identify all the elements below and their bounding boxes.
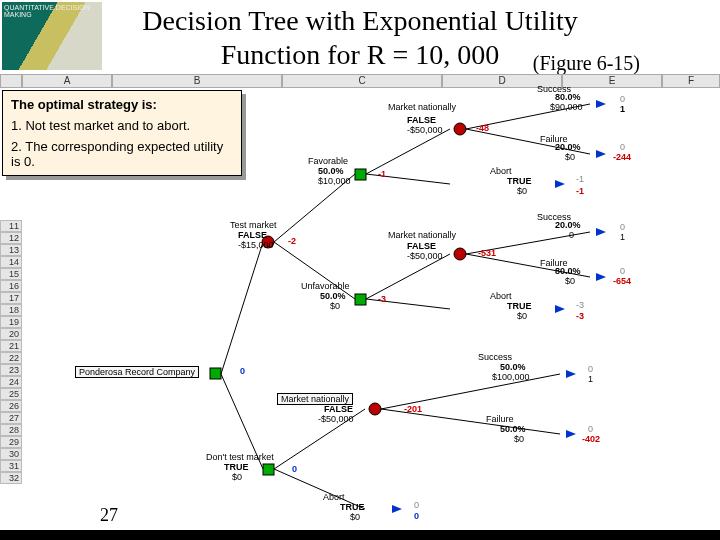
dtm-success-pay: 0 bbox=[588, 364, 593, 374]
dtm-abort-label: Abort bbox=[323, 492, 345, 502]
dtm-market-status: FALSE bbox=[324, 404, 353, 414]
dtm-success-val: 1 bbox=[588, 374, 593, 384]
unfav-success-pay: 0 bbox=[620, 222, 625, 232]
fav-abort-status: TRUE bbox=[507, 176, 532, 186]
unfav-abort-value: -3 bbox=[576, 311, 584, 321]
svg-point-18 bbox=[454, 248, 466, 260]
unfav-success-cost: 0 bbox=[569, 230, 574, 240]
dtm-abort-value: 0 bbox=[414, 511, 419, 521]
dtm-failure-prob: 50.0% bbox=[500, 424, 526, 434]
dont-test-cost: $0 bbox=[232, 472, 242, 482]
test-market-cost: -$15,000 bbox=[238, 240, 274, 250]
root-value: 0 bbox=[240, 366, 245, 376]
footer-band bbox=[0, 530, 720, 540]
root-node: Ponderosa Record Company bbox=[75, 366, 199, 378]
unfav-success-prob: 20.0% bbox=[555, 220, 581, 230]
svg-line-1 bbox=[221, 242, 263, 374]
favorable-cost: $10,000 bbox=[318, 176, 351, 186]
unfav-abort-label: Abort bbox=[490, 291, 512, 301]
title-line-2: Function for R = 10, 000 bbox=[221, 39, 500, 70]
svg-rect-0 bbox=[210, 368, 221, 379]
svg-rect-6 bbox=[355, 169, 366, 180]
fav-market-value: -48 bbox=[476, 123, 489, 133]
unfav-abort-status: TRUE bbox=[507, 301, 532, 311]
page-number: 27 bbox=[100, 505, 118, 526]
dtm-market-value: -201 bbox=[404, 404, 422, 414]
svg-rect-24 bbox=[263, 464, 274, 475]
unfavorable-value: -3 bbox=[378, 294, 386, 304]
unfav-market-status: FALSE bbox=[407, 241, 436, 251]
dont-test-value: 0 bbox=[292, 464, 297, 474]
svg-line-7 bbox=[366, 129, 450, 174]
dont-test-status: TRUE bbox=[224, 462, 249, 472]
test-market-status: FALSE bbox=[238, 230, 267, 240]
fav-abort-value: -1 bbox=[576, 186, 584, 196]
unfavorable-prob: 50.0% bbox=[320, 291, 346, 301]
unfav-abort-cost: $0 bbox=[517, 311, 527, 321]
strategy-callout: The optimal strategy is: 1. Not test mar… bbox=[2, 90, 242, 176]
svg-marker-30 bbox=[566, 370, 576, 378]
svg-point-27 bbox=[369, 403, 381, 415]
dtm-failure-label: Failure bbox=[486, 414, 514, 424]
dtm-failure-cost: $0 bbox=[514, 434, 524, 444]
fav-abort-label: Abort bbox=[490, 166, 512, 176]
unfav-failure-prob: 80.0% bbox=[555, 266, 581, 276]
dtm-failure-pay: 0 bbox=[588, 424, 593, 434]
unfav-success-val: 1 bbox=[620, 232, 625, 242]
dtm-abort-pay: 0 bbox=[414, 500, 419, 510]
fav-failure-val: -244 bbox=[613, 152, 631, 162]
dtm-success-cost: $100,000 bbox=[492, 372, 530, 382]
unfav-market-value: -531 bbox=[478, 248, 496, 258]
unfav-abort-pay: -3 bbox=[576, 300, 584, 310]
unfav-market-label: Market nationally bbox=[388, 230, 456, 240]
fav-market-label: Market nationally bbox=[388, 102, 456, 112]
svg-marker-14 bbox=[555, 180, 565, 188]
fav-market-cost: -$50,000 bbox=[407, 125, 443, 135]
fav-success-cost: $90,000 bbox=[550, 102, 583, 112]
svg-marker-23 bbox=[555, 305, 565, 313]
fav-success-val: 1 bbox=[620, 104, 625, 114]
dtm-abort-status: TRUE bbox=[340, 502, 365, 512]
favorable-label: Favorable bbox=[308, 156, 348, 166]
book-cover-thumb: QUANTITATIVE DECISION MAKING bbox=[2, 2, 102, 70]
svg-marker-22 bbox=[596, 273, 606, 281]
unfav-failure-cost: $0 bbox=[565, 276, 575, 286]
unfav-market-cost: -$50,000 bbox=[407, 251, 443, 261]
test-market-label: Test market bbox=[230, 220, 277, 230]
dtm-success-label: Success bbox=[478, 352, 512, 362]
unfav-failure-val: -654 bbox=[613, 276, 631, 286]
svg-marker-32 bbox=[392, 505, 402, 513]
unfavorable-label: Unfavorable bbox=[301, 281, 350, 291]
callout-item-1: 1. Not test market and to abort. bbox=[11, 118, 233, 133]
fav-market-status: FALSE bbox=[407, 115, 436, 125]
fav-failure-prob: 20.0% bbox=[555, 142, 581, 152]
dtm-success-prob: 50.0% bbox=[500, 362, 526, 372]
fav-abort-cost: $0 bbox=[517, 186, 527, 196]
dtm-market-cost: -$50,000 bbox=[318, 414, 354, 424]
fav-success-prob: 80.0% bbox=[555, 92, 581, 102]
figure-reference: (Figure 6-15) bbox=[533, 52, 640, 75]
dtm-abort-cost: $0 bbox=[350, 512, 360, 522]
svg-point-9 bbox=[454, 123, 466, 135]
title-line-1: Decision Tree with Exponential Utility bbox=[142, 5, 578, 36]
svg-marker-13 bbox=[596, 150, 606, 158]
favorable-prob: 50.0% bbox=[318, 166, 344, 176]
callout-header: The optimal strategy is: bbox=[11, 97, 157, 112]
fav-abort-pay: -1 bbox=[576, 174, 584, 184]
fav-success-pay: 0 bbox=[620, 94, 625, 104]
unfav-failure-pay: 0 bbox=[620, 266, 625, 276]
callout-item-2: 2. The corresponding expected utility is… bbox=[11, 139, 233, 169]
dont-test-label: Don't test market bbox=[206, 452, 274, 462]
unfavorable-cost: $0 bbox=[330, 301, 340, 311]
svg-rect-15 bbox=[355, 294, 366, 305]
dtm-failure-val: -402 bbox=[582, 434, 600, 444]
svg-marker-31 bbox=[566, 430, 576, 438]
fav-failure-pay: 0 bbox=[620, 142, 625, 152]
favorable-value: -1 bbox=[378, 169, 386, 179]
svg-marker-12 bbox=[596, 100, 606, 108]
test-market-value: -2 bbox=[288, 236, 296, 246]
svg-marker-21 bbox=[596, 228, 606, 236]
fav-failure-cost: $0 bbox=[565, 152, 575, 162]
